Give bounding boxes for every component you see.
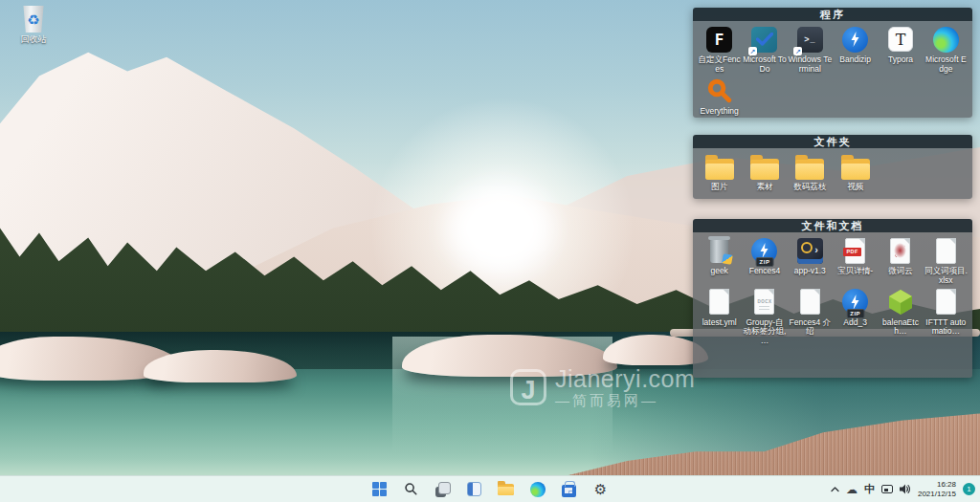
shortcut-custom-fences[interactable]: F 自定义Fences	[697, 25, 742, 75]
blank-file-icon	[709, 289, 729, 315]
fence-folders-title[interactable]: 文件夹	[693, 135, 972, 148]
gear-icon: ⚙	[594, 482, 607, 496]
folder-lizhi[interactable]: 数码荔枝	[788, 152, 833, 192]
geek-uninstaller-icon	[710, 239, 728, 263]
fence-programs-title[interactable]: 程序	[693, 8, 972, 21]
edge-icon	[933, 27, 959, 53]
bandizip-icon	[842, 27, 868, 53]
file-explorer-button[interactable]	[495, 478, 518, 501]
store-button[interactable]	[558, 478, 581, 501]
file-fences4-zip[interactable]: ZIP Fences4	[742, 236, 787, 286]
shortcut-bandizip[interactable]: Bandizip	[833, 25, 878, 75]
docx-badge: DOCX	[757, 299, 771, 304]
wordcloud-blob	[894, 243, 906, 258]
file-groupy-docx[interactable]: DOCX Groupy-自动标签分组, …	[742, 288, 787, 346]
folder-icon	[795, 159, 824, 180]
balena-cube-icon	[886, 288, 915, 316]
widgets-icon	[467, 482, 481, 496]
wordcloud-image-icon	[890, 238, 910, 264]
folder-icon	[705, 159, 734, 180]
microsoft-store-icon	[562, 485, 576, 497]
network-tray-button[interactable]	[881, 485, 893, 493]
fence-folders: 文件夹 图片 素材 数码荔枝 视频	[693, 135, 972, 199]
clock-time: 16:28	[918, 480, 956, 490]
folder-pictures[interactable]: 图片	[697, 152, 742, 192]
installer-icon	[797, 238, 823, 264]
file-weiciyun[interactable]: 微词云	[878, 236, 923, 286]
fence-files-documents: 文件和文档 geek ZIP Fences4 app-v1.3 PDF 宝贝详情	[693, 219, 972, 378]
shortcut-microsoft-edge[interactable]: Microsoft Edge	[924, 25, 969, 75]
taskbar-center-group: ⚙	[368, 478, 612, 501]
shortcut-everything[interactable]: Everything	[697, 76, 742, 117]
fence-files-title[interactable]: 文件和文档	[693, 219, 972, 232]
file-geek[interactable]: geek	[697, 236, 742, 286]
edge-button[interactable]	[526, 478, 549, 501]
shortcut-arrow-icon	[793, 47, 802, 55]
chevron-up-icon	[831, 487, 839, 492]
edge-icon	[530, 482, 546, 497]
fences-app-icon: F	[706, 27, 732, 53]
clock-date: 2021/12/15	[918, 490, 956, 499]
taskbar: ⚙ ☁ 中 16:28 2021/12/15 1	[0, 475, 980, 502]
docx-lines	[759, 306, 769, 312]
pdf-file-icon: PDF	[845, 238, 865, 264]
folder-materials[interactable]: 素材	[742, 152, 787, 192]
file-explorer-icon	[498, 484, 514, 495]
zip-badge: ZIP	[756, 257, 774, 267]
search-button[interactable]	[400, 478, 423, 501]
ime-indicator[interactable]: 中	[864, 482, 875, 496]
blank-file-icon	[936, 289, 956, 315]
windows-logo-icon	[372, 482, 388, 497]
file-add3-zip[interactable]: ZIP Add_3	[833, 288, 878, 346]
settings-button[interactable]: ⚙	[590, 478, 612, 501]
search-icon	[404, 482, 418, 496]
start-button[interactable]	[368, 478, 391, 501]
blank-file-icon	[936, 238, 956, 264]
folder-videos[interactable]: 视频	[833, 152, 878, 192]
folder-icon	[750, 159, 779, 180]
wallpaper-sun	[466, 208, 531, 249]
zip-badge: ZIP	[846, 309, 864, 318]
fence-programs: 程序 F 自定义Fences Microsoft To Do >_ Window…	[693, 8, 972, 118]
folder-icon	[841, 159, 870, 180]
widgets-button[interactable]	[463, 478, 486, 501]
file-baobei-pdf[interactable]: PDF 宝贝详情-	[833, 236, 878, 286]
recycle-bin-icon: ♻	[22, 6, 45, 33]
recycle-symbol-icon: ♻	[27, 12, 39, 27]
everything-icon	[705, 76, 734, 105]
cloud-icon: ☁	[846, 484, 858, 495]
shortcut-windows-terminal[interactable]: >_ Windows Terminal	[788, 25, 833, 75]
fence-folders-body: 图片 素材 数码荔枝 视频	[693, 148, 972, 199]
desktop: J Jianeryi.com —简而易网— ♻ 回收站 程序 F 自定义Fenc…	[0, 0, 980, 502]
shortcut-microsoft-todo[interactable]: Microsoft To Do	[742, 25, 787, 75]
watermark-logo: J	[510, 369, 546, 405]
network-icon	[881, 485, 893, 493]
clock[interactable]: 16:28 2021/12/15	[918, 480, 956, 499]
pdf-badge: PDF	[843, 248, 861, 256]
tray-overflow-button[interactable]	[831, 487, 839, 492]
shortcut-arrow-icon	[748, 47, 757, 55]
blank-file-icon	[800, 289, 820, 315]
taskview-button[interactable]	[432, 478, 455, 501]
file-fences4-intro[interactable]: Fences4 介绍	[788, 288, 833, 346]
file-ifttt[interactable]: IFTTT automatio…	[924, 288, 969, 346]
fence-files-body: geek ZIP Fences4 app-v1.3 PDF 宝贝详情-	[693, 232, 972, 378]
file-app-v13[interactable]: app-v1.3	[788, 236, 833, 286]
watermark-tagline: —简而易网—	[555, 393, 695, 408]
file-xlsx[interactable]: 同义词项目.xlsx	[924, 236, 969, 286]
watermark-site-name: Jianeryi.com	[555, 366, 695, 391]
recycle-bin-shortcut[interactable]: ♻ 回收站	[8, 6, 59, 44]
site-watermark: J Jianeryi.com —简而易网—	[510, 366, 695, 408]
docx-file-icon: DOCX	[754, 289, 774, 315]
file-balena-etcher[interactable]: balenaEtch…	[878, 288, 923, 346]
file-latest-yml[interactable]: latest.yml	[697, 288, 742, 346]
shortcut-typora[interactable]: T Typora	[878, 25, 923, 75]
taskbar-tray: ☁ 中 16:28 2021/12/15 1	[831, 476, 975, 502]
onedrive-tray-button[interactable]: ☁	[846, 484, 858, 495]
taskview-icon	[435, 482, 451, 497]
typora-icon: T	[888, 27, 913, 52]
notification-badge[interactable]: 1	[963, 483, 975, 495]
fence-programs-body: F 自定义Fences Microsoft To Do >_ Windows T…	[693, 21, 972, 118]
volume-icon	[900, 484, 911, 494]
volume-tray-button[interactable]	[900, 484, 911, 494]
